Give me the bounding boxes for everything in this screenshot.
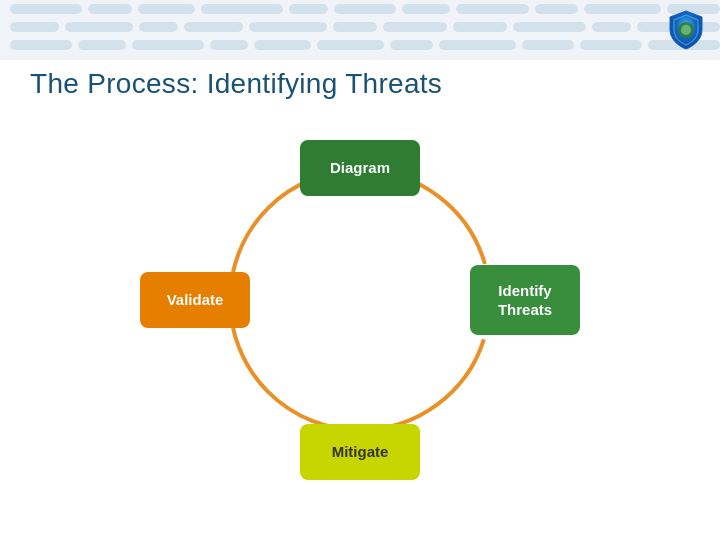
header-pattern xyxy=(0,0,720,60)
svg-point-3 xyxy=(230,170,490,430)
mitigate-box: Mitigate xyxy=(300,424,420,480)
pattern-row-3 xyxy=(0,36,720,54)
validate-box: Validate xyxy=(140,272,250,328)
pattern-row-2 xyxy=(0,18,720,36)
identify-threats-box: Identify Threats xyxy=(470,265,580,335)
page-title: The Process: Identifying Threats xyxy=(30,68,442,100)
diagram-box: Diagram xyxy=(300,140,420,196)
shield-icon xyxy=(664,8,708,52)
pattern-row-1 xyxy=(0,0,720,18)
svg-point-1 xyxy=(681,25,691,35)
diagram-container: Diagram Identify Threats Mitigate Valida… xyxy=(140,110,580,510)
